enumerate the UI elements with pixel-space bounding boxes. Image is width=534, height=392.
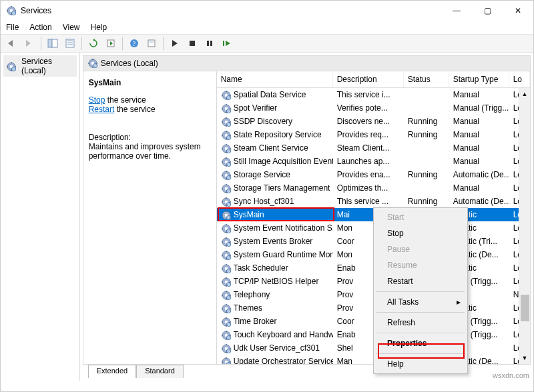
pause-service-button[interactable] [202, 36, 218, 51]
menu-action[interactable]: Action [29, 23, 51, 32]
tree-pane: Services (Local) [1, 53, 80, 381]
ctx-help[interactable]: Help [375, 356, 466, 372]
pane-title: Services (Local) [101, 59, 158, 68]
forward-button[interactable] [21, 36, 37, 51]
scroll-thumb[interactable] [521, 295, 529, 321]
pane-header: Services (Local) [83, 55, 531, 71]
column-headers: Name Description Status Startup Type Lo [217, 71, 530, 88]
show-hide-button[interactable] [45, 36, 61, 51]
back-button[interactable] [4, 36, 20, 51]
ctx-refresh[interactable]: Refresh [375, 315, 466, 331]
col-name[interactable]: Name [217, 71, 333, 87]
svg-rect-14 [148, 40, 155, 47]
ctx-restart[interactable]: Restart [375, 273, 466, 289]
ctx-pause[interactable]: Pause [375, 241, 466, 257]
col-logon[interactable]: Lo [509, 71, 530, 87]
titlebar: Services — ▢ ✕ [1, 1, 533, 21]
detail-panel: SysMain Stop the service Restart the ser… [83, 71, 217, 364]
col-description[interactable]: Description [333, 71, 404, 87]
svg-rect-16 [190, 41, 195, 46]
menu-help[interactable]: Help [91, 23, 107, 32]
chevron-right-icon: ▸ [457, 297, 461, 307]
toolbar: ? [1, 34, 533, 53]
table-row[interactable]: SSDP DiscoveryDiscovers ne...RunningManu… [217, 115, 530, 128]
ctx-start[interactable]: Start [375, 209, 466, 225]
tree-root-label: Services (Local) [21, 57, 74, 75]
svg-rect-8 [48, 39, 52, 47]
table-row[interactable]: Spatial Data ServiceThis service i...Man… [217, 88, 530, 101]
svg-text:?: ? [133, 40, 136, 47]
properties-button[interactable] [144, 36, 160, 51]
table-row[interactable]: Steam Client ServiceSteam Client...Manua… [217, 141, 530, 155]
table-row[interactable]: Spot VerifierVerifies pote...Manual (Tri… [217, 101, 530, 115]
tab-extended[interactable]: Extended [88, 365, 136, 378]
svg-rect-9 [52, 39, 57, 47]
table-row[interactable]: State Repository ServiceProvides req...R… [217, 128, 530, 141]
export-list-button[interactable] [103, 36, 119, 51]
ctx-stop[interactable]: Stop [375, 225, 466, 241]
svg-rect-18 [210, 41, 212, 46]
table-row[interactable]: Storage ServiceProvides ena...RunningAut… [217, 168, 530, 181]
svg-rect-19 [223, 41, 224, 46]
table-row[interactable]: Storage Tiers ManagementOptimizes th...M… [217, 181, 530, 195]
start-service-button[interactable] [167, 36, 183, 51]
app-icon [6, 5, 17, 16]
description-label: Description: [89, 133, 211, 142]
col-startup[interactable]: Startup Type [449, 71, 509, 87]
ctx-properties[interactable]: Properties [375, 335, 466, 351]
table-row[interactable]: Sync Host_cf301This service ...RunningAu… [217, 195, 530, 208]
table-row[interactable]: Still Image Acquisition EventsLaunches a… [217, 155, 530, 168]
context-menu: Start Stop Pause Resume Restart All Task… [373, 207, 468, 374]
help-button[interactable]: ? [126, 36, 142, 51]
watermark: wsxdn.com [493, 371, 529, 379]
refresh-button[interactable] [85, 36, 101, 51]
description-text: Maintains and improves system performanc… [89, 142, 211, 161]
stop-link[interactable]: Stop [89, 95, 105, 105]
export-button[interactable] [62, 36, 78, 51]
selected-service-name: SysMain [89, 78, 211, 87]
svg-rect-17 [207, 41, 209, 46]
vertical-scrollbar[interactable]: ▲ ▼ [519, 88, 530, 364]
svg-rect-15 [150, 41, 154, 43]
maximize-button[interactable]: ▢ [472, 1, 503, 21]
ctx-resume[interactable]: Resume [375, 257, 466, 273]
menu-view[interactable]: View [63, 23, 80, 32]
restart-service-button[interactable] [219, 36, 235, 51]
close-button[interactable]: ✕ [503, 1, 533, 21]
window-title: Services [21, 6, 441, 15]
tree-root-services[interactable]: Services (Local) [3, 55, 77, 77]
stop-service-button[interactable] [184, 36, 200, 51]
restart-link[interactable]: Restart [89, 105, 115, 114]
minimize-button[interactable]: — [441, 1, 472, 21]
menu-file[interactable]: File [6, 23, 19, 32]
col-status[interactable]: Status [404, 71, 449, 87]
menubar: File Action View Help [1, 21, 533, 34]
tab-standard[interactable]: Standard [136, 365, 184, 378]
ctx-all-tasks[interactable]: All Tasks▸ [375, 294, 466, 310]
